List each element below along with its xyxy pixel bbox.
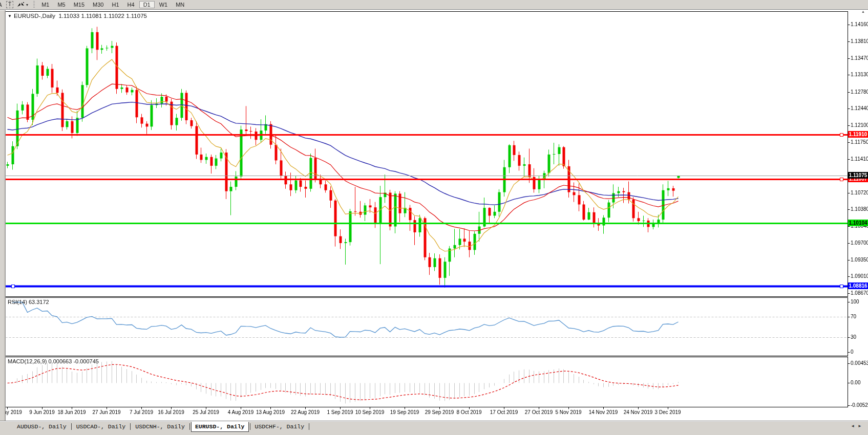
current-price-tag: 1.11075 — [848, 172, 868, 179]
price-axis-tick: 1.13130 — [851, 72, 868, 77]
price-axis-tick: 1.13470 — [851, 55, 868, 61]
price-axis-tick: 1.09010 — [851, 273, 868, 279]
cropped-toolbar-button[interactable]: A — [0, 2, 4, 8]
price-axis-tick: 1.10380 — [851, 206, 868, 212]
rsi-indicator-label: RSI(14) 63.3172 — [8, 299, 49, 305]
tab-scroll-arrows[interactable]: ◄► — [851, 424, 865, 428]
timeframe-w1-button[interactable]: W1 — [156, 2, 172, 8]
rsi-axis-tick: 30 — [851, 334, 856, 340]
price-axis-tick: 1.09700 — [851, 240, 868, 246]
price-axis-tick: 1.14160 — [851, 21, 868, 27]
tab-usdcad[interactable]: USDCAD-, Daily — [73, 422, 130, 431]
tab-scroll-left-icon[interactable]: ◄ — [851, 424, 858, 428]
chart-ohlc-values: 1.11033 1.11081 1.11022 1.11075 — [58, 13, 146, 19]
timeframe-h4-button[interactable]: H4 — [124, 2, 138, 8]
timeframe-m1-button[interactable]: M1 — [38, 2, 53, 8]
price-axis-tick: 1.10720 — [851, 190, 868, 195]
arrows-icon — [17, 2, 25, 8]
tab-divider — [71, 423, 72, 430]
tab-divider — [309, 423, 309, 430]
chevron-down-icon: ▾ — [26, 3, 28, 7]
timeframe-m15-button[interactable]: M15 — [70, 2, 88, 8]
window-left-edge — [0, 9, 6, 421]
price-axis-tick: 1.11410 — [851, 156, 868, 162]
macd-axis-tick: 0.00 — [851, 380, 860, 385]
timeframe-h1-button[interactable]: H1 — [109, 2, 123, 8]
price-axis-tick: 1.13810 — [851, 38, 868, 44]
timeframe-buttons: M1M5M15M30H1H4D1W1MN — [37, 1, 188, 9]
rsi-axis-tick: 100 — [851, 299, 859, 304]
price-axis-tick: 1.12780 — [851, 89, 868, 95]
price-axis-tick: 1.12100 — [851, 122, 868, 128]
macd-axis-tick: -0.005205 — [851, 402, 868, 408]
toolbar: A T ▾ M1M5M15M30H1H4D1W1MN — [0, 0, 868, 10]
price-axis-tick: 1.11750 — [851, 139, 868, 145]
chart-scroll-up-icon[interactable]: ▲ — [861, 10, 865, 13]
chart-collapse-icon[interactable]: ▼ — [8, 14, 12, 18]
price-level-tag[interactable]: 1.10104 — [848, 220, 868, 226]
price-axis-tick: 1.12440 — [851, 105, 868, 111]
tab-divider — [250, 423, 250, 430]
timeframe-m30-button[interactable]: M30 — [89, 2, 107, 8]
price-level-tag[interactable]: 1.08816 — [848, 282, 868, 289]
rsi-axis-tick: 0 — [851, 349, 854, 355]
arrows-tool-button[interactable]: ▾ — [17, 2, 28, 8]
rsi-axis-tick: 70 — [851, 314, 856, 319]
tab-eurusd[interactable]: EURUSD-, Daily — [191, 422, 249, 432]
chart-title: ▼EURUSD-,Daily 1.11033 1.11081 1.11022 1… — [8, 13, 147, 19]
date-axis-label: 3 Dec 2019 — [646, 409, 689, 415]
tab-usdchf[interactable]: USDCHF-, Daily — [251, 422, 308, 431]
toolbar-separator — [33, 1, 35, 8]
price-chart-canvas[interactable] — [0, 0, 868, 435]
tab-divider — [130, 423, 131, 430]
macd-axis-tick: 0.004536 — [851, 360, 868, 366]
timeframe-m5-button[interactable]: M5 — [54, 2, 69, 8]
macd-indicator-label: MACD(12,26,9) 0.000663 -0.000745 — [8, 358, 99, 364]
tab-divider — [189, 423, 190, 430]
chart-tab-bar: AUDUSD-, DailyUSDCAD-, DailyUSDCNH-, Dai… — [0, 421, 868, 435]
tab-audusd[interactable]: AUDUSD-, Daily — [13, 422, 70, 431]
tab-usdcnh[interactable]: USDCNH-, Daily — [132, 422, 188, 431]
timeframe-mn-button[interactable]: MN — [172, 2, 188, 8]
chart-symbol-period: EURUSD-,Daily — [14, 13, 55, 19]
tab-scroll-right-icon[interactable]: ► — [858, 424, 865, 428]
price-axis-tick: 1.08670 — [851, 290, 868, 296]
text-tool-icon[interactable]: T — [6, 1, 13, 8]
price-axis-tick: 1.09350 — [851, 257, 868, 263]
timeframe-d1-button[interactable]: D1 — [139, 1, 155, 8]
price-level-tag[interactable]: 1.11910 — [848, 131, 868, 138]
